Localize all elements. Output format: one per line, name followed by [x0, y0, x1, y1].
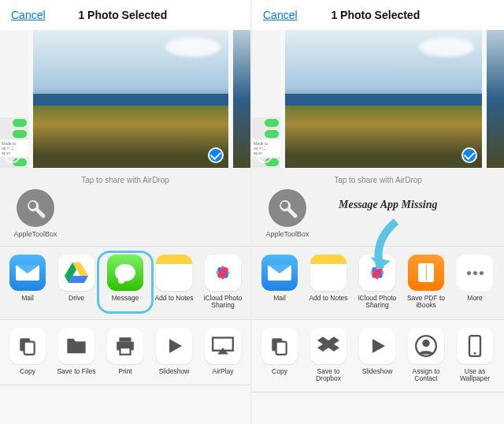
airdrop-row: AppleToolBox [0, 189, 250, 247]
share-apps-row: Mail Drive Message Add to Notes [0, 247, 250, 320]
photos-icon [205, 255, 241, 291]
notes-icon [156, 255, 192, 291]
share-message[interactable]: Message [101, 255, 150, 310]
page-title: 1 Photo Selected [258, 9, 493, 21]
photo-thumbnail-selected[interactable] [33, 30, 228, 168]
actions-row: Copy Save to Files Print Slideshow [0, 320, 250, 385]
notes-icon [310, 255, 346, 291]
ibooks-icon [408, 255, 444, 291]
photo-strip[interactable]: Made tond andagen [252, 30, 504, 168]
share-mail[interactable]: Mail [3, 255, 52, 310]
action-print[interactable]: Print [101, 328, 150, 375]
share-more[interactable]: More [450, 255, 499, 310]
more-icon [457, 255, 493, 291]
folder-icon [58, 328, 94, 364]
play-icon [156, 328, 192, 364]
wrench-icon [269, 189, 306, 227]
play-icon [359, 328, 395, 364]
mail-icon [261, 255, 298, 291]
photo-thumbnail-prev[interactable]: Made tond andagen [0, 30, 28, 168]
action-save-files[interactable]: Save to Files [52, 328, 101, 375]
action-airplay[interactable]: AirPlay [198, 328, 247, 375]
airdrop-contact[interactable]: AppleToolBox [11, 189, 60, 238]
share-sheet-right: Cancel 1 Photo Selected Made tond andage… [252, 0, 504, 424]
svg-point-28 [422, 340, 429, 347]
drive-icon [58, 255, 94, 291]
message-icon [107, 255, 143, 291]
copy-icon [9, 328, 46, 364]
action-slideshow[interactable]: Slideshow [150, 328, 198, 375]
actions-row: Copy Save to Dropbox Slideshow Assign to… [252, 320, 504, 393]
airdrop-hint: Tap to share with AirDrop [252, 168, 504, 189]
photo-thumbnail-next[interactable] [233, 30, 250, 168]
svg-rect-15 [120, 348, 131, 355]
share-drive[interactable]: Drive [52, 255, 101, 310]
arrow-icon [369, 218, 408, 281]
annotation-text: Message App Missing [339, 199, 438, 211]
selection-ring-icon [5, 147, 20, 163]
check-icon [208, 147, 224, 163]
airdrop-label: AppleToolBox [13, 230, 57, 238]
photo-thumbnail-next[interactable] [487, 30, 504, 168]
page-title: 1 Photo Selected [6, 9, 239, 21]
airdrop-contact[interactable]: AppleToolBox [263, 189, 312, 238]
dropbox-icon [310, 328, 346, 364]
share-notes[interactable]: Add to Notes [150, 255, 198, 310]
header: Cancel 1 Photo Selected [0, 0, 250, 30]
airplay-icon [205, 328, 241, 364]
action-contact[interactable]: Assign to Contact [402, 328, 450, 383]
mail-icon [9, 255, 46, 291]
action-slideshow[interactable]: Slideshow [353, 328, 402, 383]
photo-thumbnail-prev[interactable]: Made tond andagen [252, 30, 280, 168]
svg-point-30 [474, 352, 476, 355]
share-icloud-photo[interactable]: iCloud Photo Sharing [198, 255, 247, 310]
action-dropbox[interactable]: Save to Dropbox [304, 328, 353, 383]
share-ibooks[interactable]: Save PDF to iBooks [402, 255, 450, 310]
share-sheet-left: Cancel 1 Photo Selected Made tond andage… [0, 0, 252, 424]
action-copy[interactable]: Copy [255, 328, 304, 383]
phone-outline-icon [457, 328, 493, 364]
share-notes[interactable]: Add to Notes [304, 255, 353, 310]
person-icon [408, 328, 444, 364]
action-copy[interactable]: Copy [3, 328, 52, 375]
check-icon [461, 147, 477, 163]
header: Cancel 1 Photo Selected [252, 0, 504, 30]
action-wallpaper[interactable]: Use as Wallpaper [450, 328, 499, 383]
selection-ring-icon [257, 147, 272, 163]
svg-rect-26 [276, 341, 287, 354]
wrench-icon [17, 189, 54, 227]
svg-rect-12 [24, 341, 35, 354]
airdrop-label: AppleToolBox [265, 230, 309, 238]
copy-icon [261, 328, 298, 364]
photo-thumbnail-selected[interactable] [285, 30, 482, 168]
svg-rect-13 [119, 337, 131, 341]
photo-strip[interactable]: Made tond andagen [0, 30, 250, 168]
print-icon [107, 328, 143, 364]
airdrop-hint: Tap to share with AirDrop [0, 168, 250, 189]
share-mail[interactable]: Mail [255, 255, 304, 310]
